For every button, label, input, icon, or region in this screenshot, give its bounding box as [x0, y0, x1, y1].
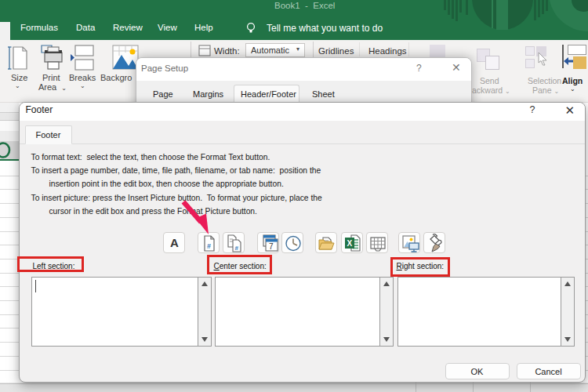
svg-text:#: #	[207, 242, 211, 250]
svg-text:7: 7	[269, 241, 274, 250]
svg-text:X: X	[347, 239, 352, 248]
svg-text:#: #	[234, 244, 238, 251]
